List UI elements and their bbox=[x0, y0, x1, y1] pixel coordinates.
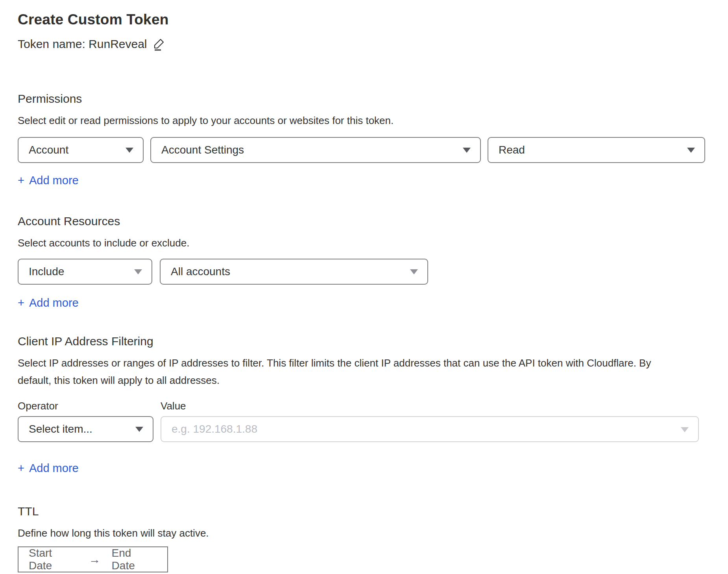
edit-token-name-button[interactable] bbox=[153, 37, 166, 51]
start-date-label: Start Date bbox=[29, 547, 78, 572]
page-title: Create Custom Token bbox=[18, 12, 710, 28]
permission-scope-dropdown[interactable]: Account bbox=[18, 137, 144, 163]
chevron-down-icon bbox=[134, 269, 142, 274]
ttl-section: TTL Define how long this token will stay… bbox=[18, 505, 710, 572]
ip-filter-input-row: Select item... bbox=[18, 416, 710, 442]
end-date-label: End Date bbox=[112, 547, 157, 572]
ttl-date-range-picker[interactable]: Start Date → End Date bbox=[18, 546, 168, 572]
account-resources-dropdown-row: Include All accounts bbox=[18, 259, 710, 285]
permission-access-value: Read bbox=[499, 144, 525, 156]
add-more-resources-link[interactable]: + Add more bbox=[18, 296, 79, 309]
resource-accounts-value: All accounts bbox=[171, 265, 230, 278]
permission-scope-value: Account bbox=[29, 144, 68, 156]
chevron-down-icon bbox=[126, 148, 133, 153]
ip-filtering-heading: Client IP Address Filtering bbox=[18, 335, 710, 348]
add-more-permissions-link[interactable]: + Add more bbox=[18, 174, 79, 187]
ip-value-field-wrap bbox=[161, 416, 699, 442]
arrow-right-icon: → bbox=[89, 554, 101, 565]
resource-mode-dropdown[interactable]: Include bbox=[18, 259, 152, 285]
chevron-down-icon bbox=[681, 427, 689, 432]
ip-value-input[interactable] bbox=[161, 416, 699, 442]
plus-icon: + bbox=[18, 296, 24, 309]
permissions-heading: Permissions bbox=[18, 92, 710, 106]
operator-label: Operator bbox=[18, 400, 161, 412]
add-more-label: Add more bbox=[29, 296, 79, 309]
plus-icon: + bbox=[18, 174, 24, 187]
add-more-ip-filters-link[interactable]: + Add more bbox=[18, 462, 79, 475]
token-name-text: Token name: RunReveal bbox=[18, 37, 147, 51]
pencil-icon bbox=[153, 37, 166, 51]
add-more-label: Add more bbox=[29, 174, 79, 187]
ip-filtering-description: Select IP addresses or ranges of IP addr… bbox=[18, 354, 679, 389]
permissions-description: Select edit or read permissions to apply… bbox=[18, 112, 710, 129]
token-name-row: Token name: RunReveal bbox=[18, 37, 710, 51]
permission-access-dropdown[interactable]: Read bbox=[488, 137, 705, 163]
ttl-heading: TTL bbox=[18, 505, 710, 518]
chevron-down-icon bbox=[687, 148, 695, 153]
permissions-section: Permissions Select edit or read permissi… bbox=[18, 92, 710, 187]
plus-icon: + bbox=[18, 462, 24, 475]
create-custom-token-page: Create Custom Token Token name: RunRevea… bbox=[0, 0, 728, 572]
resource-mode-value: Include bbox=[29, 265, 64, 278]
ip-filtering-section: Client IP Address Filtering Select IP ad… bbox=[18, 335, 710, 475]
operator-dropdown[interactable]: Select item... bbox=[18, 416, 153, 442]
resource-accounts-dropdown[interactable]: All accounts bbox=[160, 259, 428, 285]
chevron-down-icon bbox=[410, 269, 418, 274]
value-label: Value bbox=[161, 400, 186, 412]
ttl-description: Define how long this token will stay act… bbox=[18, 524, 710, 542]
account-resources-description: Select accounts to include or exclude. bbox=[18, 234, 710, 252]
chevron-down-icon bbox=[463, 148, 471, 153]
account-resources-heading: Account Resources bbox=[18, 215, 710, 228]
permission-group-value: Account Settings bbox=[161, 144, 244, 156]
account-resources-section: Account Resources Select accounts to inc… bbox=[18, 215, 710, 309]
chevron-down-icon bbox=[135, 427, 143, 432]
operator-value: Select item... bbox=[29, 423, 92, 435]
ip-filter-labels-row: Operator Value bbox=[18, 400, 710, 412]
add-more-label: Add more bbox=[29, 462, 79, 475]
permission-group-dropdown[interactable]: Account Settings bbox=[150, 137, 481, 163]
permissions-dropdown-row: Account Account Settings Read bbox=[18, 137, 710, 163]
